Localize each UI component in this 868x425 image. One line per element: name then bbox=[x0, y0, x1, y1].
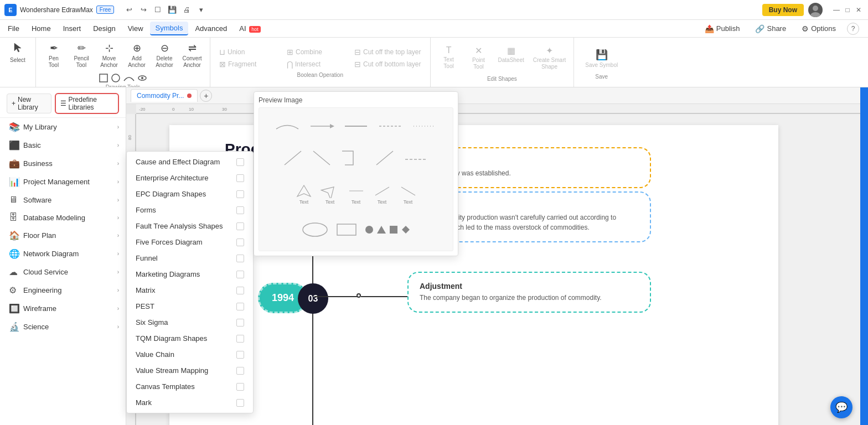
move-anchor-tool[interactable]: ⊹ MoveAnchor bbox=[96, 40, 122, 71]
union-button[interactable]: ⊔ Union bbox=[215, 46, 281, 58]
menu-design[interactable]: Design bbox=[87, 22, 121, 35]
enterprise-arch-checkbox[interactable] bbox=[236, 174, 244, 182]
pencil-tool[interactable]: ✏ PencilTool bbox=[68, 40, 95, 71]
dropdown-fault-tree[interactable]: Fault Tree Analysis Shapes bbox=[127, 218, 253, 234]
user-avatar[interactable] bbox=[808, 3, 823, 17]
sidebar-item-engineering[interactable]: ⚙ Engineering › bbox=[0, 281, 126, 299]
value-chain-checkbox[interactable] bbox=[236, 351, 244, 359]
marketing-checkbox[interactable] bbox=[236, 271, 244, 278]
dropdown-funnel[interactable]: Funnel bbox=[127, 250, 253, 266]
sidebar-item-software[interactable]: 🖥 Software › bbox=[0, 191, 126, 209]
fragment-button[interactable]: ⊠ Fragment bbox=[215, 59, 281, 70]
dropdown-matrix[interactable]: Matrix bbox=[127, 282, 253, 298]
funnel-checkbox[interactable] bbox=[236, 255, 244, 262]
fault-tree-checkbox[interactable] bbox=[236, 222, 244, 230]
value-stream-checkbox[interactable] bbox=[236, 367, 244, 375]
canvas-templates-checkbox[interactable] bbox=[236, 383, 244, 391]
sidebar-item-project-management[interactable]: 📊 Project Management › bbox=[0, 173, 126, 191]
point-tool-button[interactable]: ✕ PointTool bbox=[465, 43, 493, 72]
intersect-button[interactable]: ⋂ Intersect bbox=[282, 59, 349, 70]
circle-shape[interactable] bbox=[111, 73, 121, 83]
free-badge: Free bbox=[96, 6, 115, 14]
chat-button[interactable]: 💬 bbox=[830, 396, 852, 418]
pencil-label: PencilTool bbox=[74, 55, 89, 69]
new-button[interactable]: ☐ bbox=[152, 4, 164, 16]
sidebar-item-network-diagram[interactable]: 🌐 Network Diagram › bbox=[0, 245, 126, 263]
five-forces-checkbox[interactable] bbox=[236, 239, 244, 246]
pest-checkbox[interactable] bbox=[236, 303, 244, 310]
create-smart-shape-button[interactable]: ✦ Create SmartShape bbox=[530, 43, 569, 72]
dropdown-tqm[interactable]: TQM Diagram Shapes bbox=[127, 330, 253, 346]
menu-home[interactable]: Home bbox=[26, 22, 56, 35]
preview-shape-bracket bbox=[339, 148, 367, 168]
menu-advanced[interactable]: Advanced bbox=[189, 22, 232, 35]
sidebar-item-business[interactable]: 💼 Business › bbox=[0, 154, 126, 173]
svg-point-0 bbox=[813, 6, 818, 11]
publish-button[interactable]: 📤 Publish bbox=[700, 22, 745, 35]
epc-checkbox[interactable] bbox=[236, 190, 244, 198]
dropdown-forms[interactable]: Forms bbox=[127, 202, 253, 218]
square-shape[interactable] bbox=[99, 73, 108, 83]
dropdown-cause-effect[interactable]: Cause and Effect Diagram bbox=[127, 154, 253, 170]
menu-symbols[interactable]: Symbols bbox=[150, 22, 189, 35]
sidebar-item-basic[interactable]: ⬛ Basic › bbox=[0, 136, 126, 154]
cut-top-button[interactable]: ⊟ Cut off the top layer bbox=[350, 46, 426, 58]
dropdown-value-stream[interactable]: Value Stream Mapping bbox=[127, 362, 253, 379]
forms-checkbox[interactable] bbox=[236, 206, 244, 214]
curve-shape[interactable] bbox=[123, 73, 135, 83]
convert-anchor-tool[interactable]: ⇌ ConvertAnchor bbox=[179, 40, 205, 71]
save-file-button[interactable]: 💾 bbox=[166, 4, 178, 16]
menu-view[interactable]: View bbox=[122, 22, 149, 35]
dropdown-mark[interactable]: Mark bbox=[127, 395, 253, 411]
dropdown-epc[interactable]: EPC Diagram Shapes bbox=[127, 186, 253, 202]
select-tool[interactable]: Select bbox=[4, 40, 31, 66]
datasheet-button[interactable]: ▦ DataSheet bbox=[495, 43, 528, 72]
cause-effect-checkbox[interactable] bbox=[236, 158, 244, 166]
info-box-adjustment: Adjustment The company began to organize… bbox=[407, 272, 651, 313]
redo-button[interactable]: ↪ bbox=[137, 4, 149, 16]
dropdown-six-sigma[interactable]: Six Sigma bbox=[127, 314, 253, 330]
dropdown-enterprise-arch[interactable]: Enterprise Architecture bbox=[127, 170, 253, 186]
menu-ai[interactable]: AI hot bbox=[234, 22, 266, 35]
dropdown-marketing[interactable]: Marketing Diagrams bbox=[127, 266, 253, 282]
more-button[interactable]: ▾ bbox=[195, 4, 207, 16]
maximize-button[interactable]: □ bbox=[843, 5, 852, 15]
options-button[interactable]: ⚙ Options bbox=[797, 22, 840, 35]
share-button[interactable]: 🔗 Share bbox=[751, 22, 790, 35]
sidebar-item-my-library[interactable]: 📚 My Library › bbox=[0, 118, 126, 136]
combine-button[interactable]: ⊞ Combine bbox=[282, 46, 349, 58]
eye-shape[interactable] bbox=[137, 73, 147, 83]
save-symbol-button[interactable]: 💾 Save Symbol bbox=[581, 45, 622, 71]
sidebar-item-floor-plan[interactable]: 🏠 Floor Plan › bbox=[0, 226, 126, 245]
sidebar-item-database-modeling[interactable]: 🗄 Database Modeling › bbox=[0, 209, 126, 226]
dropdown-five-forces[interactable]: Five Forces Diagram bbox=[127, 234, 253, 250]
undo-button[interactable]: ↩ bbox=[123, 4, 135, 16]
menu-file[interactable]: File bbox=[2, 22, 25, 35]
pen-tool[interactable]: ✒ PenTool bbox=[40, 40, 67, 71]
buy-now-button[interactable]: Buy Now bbox=[762, 4, 804, 16]
help-button[interactable]: ? bbox=[847, 23, 859, 35]
text-tool-button[interactable]: T TextTool bbox=[435, 43, 463, 72]
print-button[interactable]: 🖨 bbox=[180, 4, 193, 16]
mark-checkbox[interactable] bbox=[236, 399, 244, 407]
menu-insert[interactable]: Insert bbox=[58, 22, 87, 35]
dropdown-value-chain[interactable]: Value Chain bbox=[127, 346, 253, 362]
new-library-button[interactable]: + New Library bbox=[7, 94, 51, 113]
add-tab-button[interactable]: + bbox=[200, 90, 212, 102]
sidebar-item-wireframe[interactable]: 🔲 Wireframe › bbox=[0, 299, 126, 318]
six-sigma-checkbox[interactable] bbox=[236, 319, 244, 326]
close-button[interactable]: ✕ bbox=[854, 5, 864, 15]
sidebar-item-science[interactable]: 🔬 Science › bbox=[0, 318, 126, 336]
preview-shape-angle2 bbox=[311, 148, 333, 168]
minimize-button[interactable]: — bbox=[831, 5, 841, 15]
tqm-checkbox[interactable] bbox=[236, 335, 244, 343]
delete-anchor-tool[interactable]: ⊖ DeleteAnchor bbox=[151, 40, 178, 71]
matrix-checkbox[interactable] bbox=[236, 287, 244, 294]
dropdown-pest[interactable]: PEST bbox=[127, 298, 253, 314]
dropdown-canvas-templates[interactable]: Canvas Templates bbox=[127, 379, 253, 395]
add-anchor-tool[interactable]: ⊕ AddAnchor bbox=[123, 40, 150, 71]
predefine-libraries-button[interactable]: ☰ Predefine Libraries bbox=[55, 93, 119, 114]
canvas-tab[interactable]: Commodity Pr... bbox=[131, 89, 198, 102]
sidebar-item-cloud-service[interactable]: ☁ Cloud Service › bbox=[0, 263, 126, 281]
cut-bottom-button[interactable]: ⊟ Cut off bottom layer bbox=[350, 59, 426, 70]
